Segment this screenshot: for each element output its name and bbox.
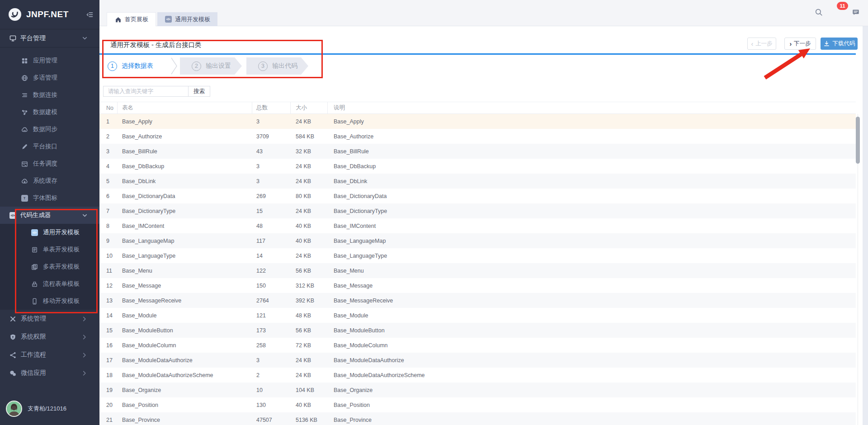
table-cell: 121 bbox=[252, 308, 291, 323]
collapse-sidebar-icon[interactable] bbox=[86, 11, 93, 18]
table-row[interactable]: 16Base_ModuleColumn25872 KBBase_ModuleCo… bbox=[99, 338, 856, 353]
sidebar-subitem-label: 多表开发模板 bbox=[43, 263, 80, 271]
column-header[interactable]: 说明 bbox=[328, 102, 856, 113]
chevron-right-icon bbox=[80, 333, 88, 340]
table-cell: Base_Message bbox=[118, 278, 252, 293]
download-code-button[interactable]: 下载代码 bbox=[821, 38, 858, 50]
table-cell: 3 bbox=[252, 353, 291, 368]
tab-item[interactable]: 首页展板 bbox=[107, 12, 156, 26]
table-row[interactable]: 15Base_ModuleButton17356 KBBase_ModuleBu… bbox=[99, 323, 856, 338]
codegen-group: </> 代码生成器 </>通用开发模板单表开发模板多表开发模板流程表单模板移动开… bbox=[0, 207, 99, 310]
tab-active[interactable]: </>通用开发模板 bbox=[157, 12, 217, 26]
sidebar-item[interactable]: 任务调度 bbox=[0, 155, 99, 172]
message-icon[interactable] bbox=[851, 8, 860, 16]
table-cell: Base_DbLink bbox=[328, 174, 856, 189]
sidebar: JNPF.NET 平台管理 应用管理多语管理数据连接数据建模数据同步平台接口任务… bbox=[0, 0, 99, 425]
sidebar-item[interactable]: 数据连接 bbox=[0, 86, 99, 104]
prev-step-button[interactable]: ‹ 上一步 bbox=[747, 38, 776, 50]
table-cell: Base_Organize bbox=[118, 382, 252, 397]
next-step-button[interactable]: › 下一步 bbox=[784, 38, 816, 50]
sidebar-item[interactable]: 数据同步 bbox=[0, 121, 99, 138]
sidebar-item[interactable]: 多语管理 bbox=[0, 69, 99, 86]
table-row[interactable]: 10Base_LanguageType1424 KBBase_LanguageT… bbox=[99, 248, 856, 263]
table-cell: 80 KB bbox=[291, 189, 328, 203]
wrench-icon bbox=[9, 315, 16, 322]
sidebar-item-label: 系统管理 bbox=[21, 315, 46, 323]
column-header[interactable]: 大小 bbox=[291, 102, 328, 113]
table-row[interactable]: 1Base_Apply324 KBBase_Apply bbox=[99, 114, 856, 129]
column-header[interactable]: 表名 bbox=[118, 102, 252, 113]
column-header[interactable]: 总数 bbox=[252, 102, 291, 113]
table-row[interactable]: 12Base_Message150312 KBBase_Message bbox=[99, 278, 856, 293]
sidebar-subitem[interactable]: 单表开发模板 bbox=[0, 241, 99, 258]
table-cell: 122 bbox=[252, 263, 291, 278]
table-row[interactable]: 7Base_DictionaryType1524 KBBase_Dictiona… bbox=[99, 203, 856, 218]
sidebar-subitem[interactable]: 移动开发模板 bbox=[0, 293, 99, 310]
table-cell: Base_IMContent bbox=[328, 218, 856, 233]
sidebar-item[interactable]: 系统权限 bbox=[0, 328, 99, 346]
table-row[interactable]: 9Base_LanguageMap11740 KBBase_LanguageMa… bbox=[99, 233, 856, 248]
table-cell: Base_Apply bbox=[118, 114, 252, 129]
search-input[interactable] bbox=[103, 86, 188, 97]
table-row[interactable]: 3Base_BillRule4332 KBBase_BillRule bbox=[99, 144, 856, 159]
table-cell: 4 bbox=[99, 159, 118, 174]
table-cell: 16 bbox=[99, 338, 118, 353]
sidebar-item[interactable]: 应用管理 bbox=[0, 52, 99, 69]
table-cell: 269 bbox=[252, 189, 291, 203]
sidebar-item[interactable]: 微信应用 bbox=[0, 364, 99, 382]
table-cell: 20 bbox=[99, 397, 118, 412]
search-button[interactable]: 搜索 bbox=[188, 86, 210, 97]
table-row[interactable]: 17Base_ModuleDataAuthorize324 KBBase_Mod… bbox=[99, 353, 856, 368]
chevron-right-icon bbox=[80, 369, 88, 377]
sidebar-item[interactable]: 平台接口 bbox=[0, 138, 99, 155]
sidebar-item-code-generator[interactable]: </> 代码生成器 bbox=[0, 207, 99, 224]
table-row[interactable]: 8Base_IMContent4840 KBBase_IMContent bbox=[99, 218, 856, 233]
table-row[interactable]: 13Base_MessageReceive2764392 KBBase_Mess… bbox=[99, 293, 856, 308]
table-row[interactable]: 18Base_ModuleDataAuthorizeScheme224 KBBa… bbox=[99, 368, 856, 382]
table-cell: 1 bbox=[99, 114, 118, 129]
table-cell: 43 bbox=[252, 144, 291, 159]
table-cell: Base_Authorize bbox=[328, 129, 856, 144]
sidebar-item[interactable]: 系统管理 bbox=[0, 310, 99, 328]
table-row[interactable]: 5Base_DbLink324 KBBase_DbLink bbox=[99, 174, 856, 189]
table-cell: 24 KB bbox=[291, 368, 328, 382]
table-row[interactable]: 4Base_DbBackup324 KBBase_DbBackup bbox=[99, 159, 856, 174]
table-cell: Base_Menu bbox=[328, 263, 856, 278]
table-cell: 5136 KB bbox=[291, 412, 328, 425]
sidebar-item[interactable]: 系统缓存 bbox=[0, 172, 99, 189]
sidebar-item[interactable]: 数据建模 bbox=[0, 104, 99, 121]
sidebar-subitem[interactable]: </>通用开发模板 bbox=[0, 224, 99, 241]
sidebar-item[interactable]: T字体图标 bbox=[0, 189, 99, 207]
table-cell: 24 KB bbox=[291, 114, 328, 129]
table-cell: Base_Organize bbox=[328, 382, 856, 397]
user-avatar bbox=[6, 401, 22, 417]
pen-icon bbox=[21, 143, 28, 150]
sidebar-subitem-label: 移动开发模板 bbox=[43, 297, 80, 305]
table-cell: Base_LanguageType bbox=[328, 248, 856, 263]
sidebar-subitem[interactable]: 多表开发模板 bbox=[0, 258, 99, 275]
table-cell: Base_DbBackup bbox=[118, 159, 252, 174]
column-header[interactable]: No bbox=[99, 102, 118, 113]
table-row[interactable]: 20Base_Position13040 KBBase_Position bbox=[99, 397, 856, 412]
sidebar-subitem[interactable]: 流程表单模板 bbox=[0, 275, 99, 293]
table-row[interactable]: 11Base_Menu12256 KBBase_Menu bbox=[99, 263, 856, 278]
table-row[interactable]: 21Base_Province475075136 KBBase_Province bbox=[99, 412, 856, 425]
sidebar-section-platform-management[interactable]: 平台管理 bbox=[0, 29, 99, 47]
multi-table-icon bbox=[31, 263, 38, 270]
table-row[interactable]: 6Base_DictionaryData26980 KBBase_Diction… bbox=[99, 189, 856, 203]
bell-icon[interactable]: 11 bbox=[833, 8, 841, 16]
sidebar-section-label: 平台管理 bbox=[20, 34, 46, 42]
search-icon[interactable] bbox=[814, 8, 823, 16]
table-cell: 584 KB bbox=[291, 129, 328, 144]
user-profile[interactable]: 支青柏/121016 bbox=[6, 401, 66, 417]
table-row[interactable]: 2Base_Authorize3709584 KBBase_Authorize bbox=[99, 129, 856, 144]
table-row[interactable]: 14Base_Module12148 KBBase_Module bbox=[99, 308, 856, 323]
sidebar-item[interactable]: 工作流程 bbox=[0, 346, 99, 364]
sidebar-item-label: 系统权限 bbox=[21, 333, 46, 341]
chevron-left-icon: ‹ bbox=[751, 41, 753, 47]
sidebar-item-label: 数据连接 bbox=[33, 91, 57, 99]
table-cell: Base_ModuleButton bbox=[328, 323, 856, 338]
mobile-icon bbox=[31, 298, 38, 305]
table-row[interactable]: 19Base_Organize10104 KBBase_Organize bbox=[99, 382, 856, 397]
scrollbar-thumb[interactable] bbox=[856, 117, 860, 164]
